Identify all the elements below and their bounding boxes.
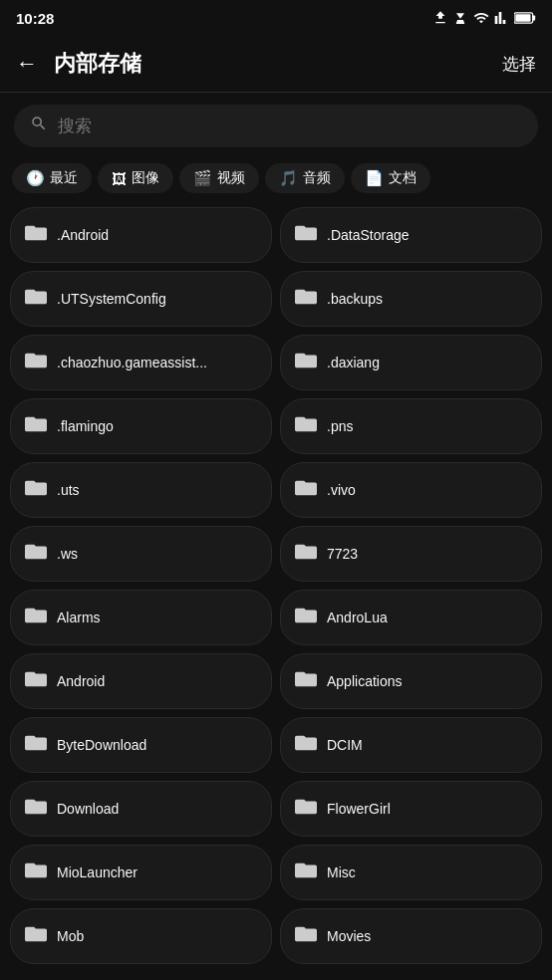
divider [0, 92, 552, 93]
folder-item[interactable]: .DataStorage [280, 207, 542, 263]
svg-rect-2 [533, 15, 536, 20]
folder-icon [25, 668, 47, 694]
battery-icon [514, 11, 536, 25]
folder-item[interactable]: Movies [280, 908, 542, 964]
folder-name: Download [57, 801, 119, 817]
status-time: 10:28 [16, 10, 54, 27]
folder-icon [25, 541, 47, 567]
header-left: ← 内部存储 [8, 47, 141, 81]
folder-name: Misc [327, 864, 356, 880]
folder-name: .chaozhuo.gameassist... [57, 355, 207, 370]
recent-icon: 🕐 [26, 169, 45, 187]
folder-name: Android [57, 673, 105, 689]
wifi-icon [472, 10, 490, 26]
filter-bar: 🕐 最近 🖼 图像 🎬 视频 🎵 音频 📄 文档 [0, 159, 552, 203]
search-icon [30, 115, 48, 137]
folder-item[interactable]: Android [10, 653, 272, 709]
back-button[interactable]: ← [8, 47, 46, 81]
filter-chip-audio[interactable]: 🎵 音频 [265, 163, 345, 193]
folder-icon [25, 605, 47, 630]
folder-icon [25, 350, 47, 375]
folder-icon [295, 732, 317, 758]
signal-icon [494, 10, 510, 26]
audio-icon: 🎵 [279, 169, 298, 187]
filter-chip-video[interactable]: 🎬 视频 [179, 163, 259, 193]
folder-item[interactable]: MioLauncher [10, 845, 272, 900]
search-input[interactable] [58, 117, 522, 136]
filter-chip-image[interactable]: 🖼 图像 [98, 163, 173, 193]
folder-icon [295, 541, 317, 567]
folder-item[interactable]: DCIM [280, 717, 542, 773]
status-icons [432, 10, 536, 26]
folder-icon [25, 286, 47, 312]
folder-name: Movies [327, 928, 371, 944]
folder-name: Alarms [57, 610, 101, 625]
folder-icon [295, 859, 317, 885]
folder-icon [295, 605, 317, 630]
folder-name: .pns [327, 418, 353, 434]
filter-label-doc: 文档 [389, 169, 416, 187]
folder-name: DCIM [327, 737, 363, 753]
image-icon: 🖼 [112, 170, 127, 187]
folder-item[interactable]: Applications [280, 653, 542, 709]
folder-item[interactable]: Download [10, 781, 272, 837]
folder-item[interactable]: .pns [280, 398, 542, 454]
folder-icon [295, 796, 317, 822]
select-button[interactable]: 选择 [502, 53, 536, 76]
filter-chip-recent[interactable]: 🕐 最近 [12, 163, 92, 193]
folder-name: 7723 [327, 546, 358, 562]
folder-item[interactable]: .UTSystemConfig [10, 271, 272, 327]
folder-item[interactable]: .Android [10, 207, 272, 263]
folder-item[interactable]: .chaozhuo.gameassist... [10, 335, 272, 390]
folder-name: .uts [57, 482, 80, 498]
folder-item[interactable]: .ws [10, 526, 272, 582]
folder-name: .backups [327, 291, 383, 307]
folder-icon [25, 477, 47, 503]
folder-name: .DataStorage [327, 227, 410, 243]
folder-icon [295, 477, 317, 503]
folder-item[interactable]: .daxiang [280, 335, 542, 390]
svg-rect-1 [515, 14, 530, 22]
folder-name: ByteDownload [57, 737, 146, 753]
folder-item[interactable]: Mob [10, 908, 272, 964]
folder-item[interactable]: .vivo [280, 462, 542, 518]
folder-item[interactable]: .uts [10, 462, 272, 518]
folder-item[interactable]: .flamingo [10, 398, 272, 454]
a-status-icon [452, 10, 468, 26]
folder-icon [25, 796, 47, 822]
video-icon: 🎬 [193, 169, 212, 187]
page-title: 内部存储 [54, 49, 141, 79]
folder-icon [25, 859, 47, 885]
folder-item[interactable]: 7723 [280, 526, 542, 582]
folder-icon [295, 413, 317, 439]
folder-icon [25, 413, 47, 439]
folder-name: Applications [327, 673, 403, 689]
folder-name: AndroLua [327, 610, 388, 625]
folder-icon [295, 286, 317, 312]
filter-label-image: 图像 [132, 169, 159, 187]
download-status-icon [432, 10, 448, 26]
folder-item[interactable]: AndroLua [280, 590, 542, 645]
header: ← 内部存储 选择 [0, 36, 552, 92]
folder-icon [295, 668, 317, 694]
filter-label-audio: 音频 [303, 169, 331, 187]
folder-item[interactable]: Alarms [10, 590, 272, 645]
folder-icon [295, 350, 317, 375]
folder-item[interactable]: Misc [280, 845, 542, 900]
doc-icon: 📄 [365, 169, 384, 187]
folder-name: FlowerGirl [327, 801, 391, 817]
folder-name: .UTSystemConfig [57, 291, 166, 307]
status-bar: 10:28 [0, 0, 552, 36]
folder-icon [25, 222, 47, 248]
folder-name: .flamingo [57, 418, 114, 434]
folder-name: MioLauncher [57, 864, 138, 880]
folder-name: Mob [57, 928, 84, 944]
folder-item[interactable]: .backups [280, 271, 542, 327]
folder-icon [295, 222, 317, 248]
filter-chip-doc[interactable]: 📄 文档 [351, 163, 430, 193]
search-bar[interactable] [14, 105, 538, 147]
folder-name: .ws [57, 546, 78, 562]
folder-grid: .Android.DataStorage.UTSystemConfig.back… [0, 203, 552, 980]
folder-item[interactable]: ByteDownload [10, 717, 272, 773]
folder-item[interactable]: FlowerGirl [280, 781, 542, 837]
